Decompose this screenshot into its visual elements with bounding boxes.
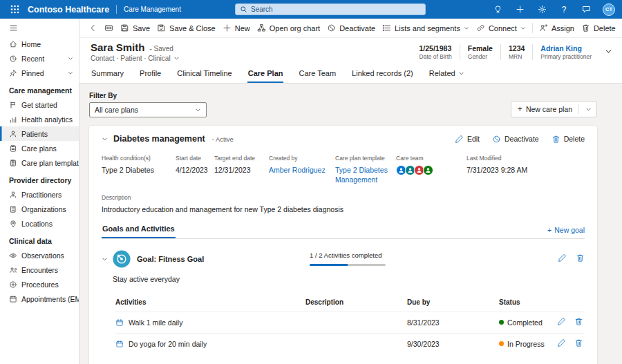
sidebar-item-patients[interactable]: Patients <box>0 126 79 141</box>
new-button[interactable]: New <box>219 21 254 35</box>
tab-related[interactable]: Related <box>428 66 465 83</box>
tab-care-plan[interactable]: Care Plan <box>247 66 284 83</box>
open-org-chart-button[interactable]: Open org chart <box>254 21 323 35</box>
sidebar-item-pinned[interactable]: Pinned <box>0 66 79 80</box>
pin-icon <box>9 69 17 77</box>
lists-segments-button[interactable]: Lists and segments <box>379 21 473 35</box>
feedback-icon[interactable] <box>581 4 592 15</box>
deactivate-button[interactable]: Deactivate <box>323 21 379 35</box>
delete-activity-button[interactable] <box>574 338 583 350</box>
edit-care-plan-button[interactable]: Edit <box>455 135 480 144</box>
sidebar-item-care-plans[interactable]: Care plans <box>0 141 79 155</box>
delete-care-plan-button[interactable]: Delete <box>552 135 585 144</box>
header-field-label: Gender <box>468 53 493 60</box>
form-tabs: Summary Profile Clinical Timeline Care P… <box>79 65 622 84</box>
chevron-down-icon <box>68 56 73 61</box>
trash-icon <box>574 338 583 347</box>
field-value: Type 2 Diabetes <box>102 165 170 175</box>
sitemap-toggle-button[interactable] <box>0 19 79 37</box>
activity-row[interactable]: Walk 1 mile daily 8/31/2023 Completed <box>115 312 585 333</box>
back-button[interactable] <box>85 21 101 35</box>
tab-clinical-timeline[interactable]: Clinical Timeline <box>176 66 232 83</box>
add-icon: + <box>511 104 526 114</box>
sidebar-item-observations[interactable]: Observations <box>0 248 79 262</box>
header-field-value: 1/25/1983 <box>420 44 452 52</box>
sidebar-item-get-started[interactable]: Get started <box>0 97 79 112</box>
tab-label: Profile <box>140 69 161 77</box>
column-status: Status <box>499 298 552 306</box>
header-expand-button[interactable] <box>605 46 612 58</box>
sidebar-item-appointments-emr[interactable]: Appointments (EMR) <box>0 291 79 306</box>
deactivate-care-plan-button[interactable]: Deactivate <box>492 135 539 144</box>
save-button[interactable]: Save <box>117 21 153 35</box>
delete-activity-button[interactable] <box>574 316 583 329</box>
care-team-avatar[interactable] <box>423 165 433 175</box>
sidebar-item-care-plan-templates[interactable]: Care plan templates <box>0 155 79 170</box>
sidebar-item-organizations[interactable]: Organizations <box>0 202 79 216</box>
pencil-icon <box>557 317 566 326</box>
trash-icon <box>574 317 583 326</box>
goal-collapse-chevron-icon[interactable] <box>102 256 108 262</box>
status-dot <box>499 341 504 346</box>
tab-label: Care Plan <box>248 69 283 77</box>
care-plan-filter-dropdown[interactable]: All care plans <box>89 102 207 117</box>
topbar-divider <box>116 5 117 14</box>
tab-goals-and-activities[interactable]: Goals and Activities <box>102 224 176 238</box>
care-plan-title: Diabetes management <box>113 134 205 144</box>
connect-button[interactable]: Connect <box>473 21 529 35</box>
tab-linked-records[interactable]: Linked records (2) <box>351 66 414 83</box>
sidebar-item-locations[interactable]: Locations <box>0 216 79 231</box>
goal-progress-fill <box>310 264 348 266</box>
field-value-link[interactable]: Amber Rodriguez <box>269 165 330 175</box>
sidebar-item-recent[interactable]: Recent <box>0 51 79 66</box>
edit-activity-button[interactable] <box>557 316 566 329</box>
activity-row[interactable]: Do yoga for 20 min daily 9/30/2023 In Pr… <box>115 333 585 354</box>
tab-label: Summary <box>91 69 124 77</box>
chart-icon <box>9 115 17 124</box>
edit-goal-button[interactable] <box>558 253 567 265</box>
search-input[interactable] <box>251 6 421 13</box>
clipboard-template-icon <box>9 159 17 167</box>
tab-profile[interactable]: Profile <box>139 66 162 83</box>
delete-button[interactable]: Delete <box>578 21 619 35</box>
help-icon[interactable]: ? <box>558 4 569 15</box>
header-field-value-link[interactable]: Adrian King <box>540 44 592 52</box>
new-goal-button[interactable]: + New goal <box>547 226 585 238</box>
sidebar-item-home[interactable]: Home <box>0 37 79 51</box>
sidebar-item-health-analytics[interactable]: Health analytics <box>0 112 79 126</box>
new-care-plan-menu-button[interactable] <box>581 106 596 113</box>
overflow-menu-button[interactable]: ⋮ <box>619 23 622 33</box>
record-entity-switcher[interactable]: Contact · Patient · Clinical <box>91 55 180 62</box>
assign-button[interactable]: Assign <box>536 21 578 35</box>
activity-actions <box>552 316 585 329</box>
care-plan-actions: Edit Deactivate Delete <box>455 135 585 144</box>
tab-care-team[interactable]: Care Team <box>298 66 337 83</box>
sidebar-item-practitioners[interactable]: Practitioners <box>0 187 79 202</box>
tab-summary[interactable]: Summary <box>91 66 124 83</box>
user-avatar[interactable]: CT <box>603 3 615 16</box>
new-care-plan-button[interactable]: + New care plan <box>511 101 597 117</box>
new-goal-label: New goal <box>554 226 585 234</box>
care-team-avatars <box>396 165 461 175</box>
sidebar-item-procedures[interactable]: Procedures <box>0 277 79 291</box>
app-name[interactable]: Contoso Healthcare <box>28 5 109 15</box>
waffle-menu-icon[interactable] <box>7 2 22 17</box>
add-icon[interactable] <box>514 4 525 15</box>
collapse-chevron-icon[interactable] <box>102 136 108 142</box>
tab-label: Clinical Timeline <box>177 69 232 77</box>
area-name[interactable]: Care Management <box>124 6 181 13</box>
sidebar-item-encounters[interactable]: Encounters <box>0 262 79 277</box>
gear-icon[interactable] <box>536 4 547 15</box>
delete-goal-button[interactable] <box>576 253 585 265</box>
lightbulb-icon[interactable] <box>492 4 503 15</box>
global-search[interactable] <box>235 3 426 15</box>
save-close-button[interactable]: Save & Close <box>153 21 219 35</box>
person-icon <box>398 167 404 173</box>
field-label: Created by <box>269 155 330 162</box>
form-selector-button[interactable] <box>101 21 117 35</box>
delete-label: Delete <box>564 135 585 143</box>
edit-activity-button[interactable] <box>557 338 566 350</box>
field-value-link[interactable]: Type 2 Diabetes Management <box>335 165 390 184</box>
open-org-chart-label: Open org chart <box>270 24 320 32</box>
filter-row: Filter By All care plans + New care plan <box>89 92 597 117</box>
